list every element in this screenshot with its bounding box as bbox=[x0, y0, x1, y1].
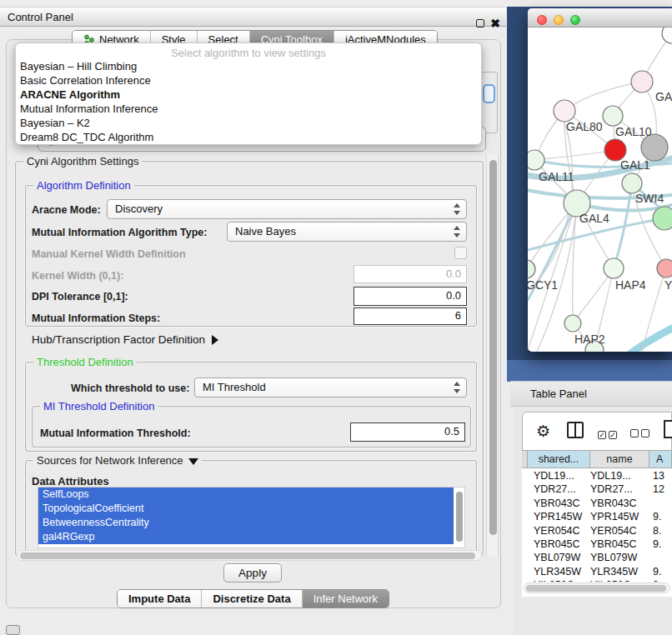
table-rows: YDL19...YDL19...13 YDR27...YDR27...12 YB… bbox=[522, 469, 672, 582]
minimize-traffic-icon[interactable] bbox=[554, 15, 564, 25]
which-threshold-combobox[interactable]: MI Threshold bbox=[194, 378, 467, 398]
close-traffic-icon[interactable] bbox=[537, 15, 547, 25]
mi-algorithm-type-combobox[interactable]: Naive Bayes bbox=[227, 222, 467, 242]
algorithm-option[interactable]: Basic Correlation Inference bbox=[16, 73, 481, 88]
node-label: HAP2 bbox=[574, 332, 605, 346]
tab-infer-network[interactable]: Infer Network bbox=[302, 590, 389, 608]
mi-threshold-field[interactable]: 0.5 bbox=[350, 422, 465, 442]
row-header-corner bbox=[522, 450, 528, 468]
columns-icon[interactable] bbox=[567, 422, 584, 438]
node-label: SWI4 bbox=[635, 192, 664, 205]
list-item[interactable]: SelfLoops bbox=[38, 488, 454, 502]
control-panel-titlebar: Control Panel ✖ bbox=[0, 7, 506, 27]
node-label: GAL bbox=[655, 90, 672, 103]
column-header-cut[interactable]: A bbox=[649, 450, 672, 468]
dpi-tolerance-field[interactable]: 0.0 bbox=[354, 287, 467, 306]
table-row[interactable]: YIL052CYIL052C9 bbox=[522, 578, 672, 582]
table-row[interactable]: YPR145WYPR145W9. bbox=[522, 510, 672, 523]
network-node[interactable] bbox=[653, 207, 672, 230]
network-node[interactable] bbox=[622, 173, 642, 193]
which-threshold-label: Which threshold to use: bbox=[71, 382, 189, 394]
network-node[interactable] bbox=[554, 100, 575, 122]
table-row[interactable]: YLR345WYLR345W9. bbox=[522, 565, 672, 578]
network-node[interactable] bbox=[528, 260, 535, 278]
network-window-titlebar[interactable] bbox=[528, 8, 672, 28]
table-row[interactable]: YDR27...YDR27...12 bbox=[522, 482, 672, 496]
close-icon[interactable]: ✖ bbox=[490, 14, 500, 33]
node-label: Y bbox=[664, 278, 672, 292]
tab-impute-data[interactable]: Impute Data bbox=[118, 590, 201, 608]
algorithm-dropdown-popup: Select algorithm to view settings Bayesi… bbox=[15, 42, 482, 145]
table-row[interactable]: YDL19...YDL19...13 bbox=[522, 469, 672, 482]
kernel-width-label: Kernel Width (0,1): bbox=[32, 270, 123, 282]
node-label: GCY1 bbox=[528, 278, 558, 292]
aracne-mode-label: Aracne Mode: bbox=[32, 204, 101, 216]
vertical-scrollbar[interactable] bbox=[486, 155, 499, 557]
node-label: GAL80 bbox=[566, 120, 603, 133]
mi-threshold-label: Mutual Information Threshold: bbox=[40, 428, 191, 439]
mi-threshold-definition-title: MI Threshold Definition bbox=[40, 400, 158, 412]
algorithm-option-selected[interactable]: ARACNE Algorithm bbox=[16, 88, 481, 102]
list-item[interactable]: gal4RGexp bbox=[38, 530, 454, 544]
threshold-definition-title: Threshold Definition bbox=[33, 356, 137, 368]
node-label: GAL1 bbox=[620, 158, 650, 172]
node-table: shared... name A YDL19...YDL19...13 YDR2… bbox=[522, 450, 672, 597]
zoom-traffic-icon[interactable] bbox=[570, 15, 580, 25]
table-row[interactable]: YBR043CYBR043C bbox=[522, 497, 672, 510]
node-label: GAL4 bbox=[579, 212, 609, 225]
node-label: HAP4 bbox=[615, 278, 646, 292]
network-node[interactable] bbox=[603, 106, 623, 126]
expand-right-icon bbox=[212, 335, 218, 345]
mi-steps-field[interactable]: 6 bbox=[354, 308, 467, 325]
table-row[interactable]: YER054CYER054C8. bbox=[522, 524, 672, 538]
deselect-all-rows-icon[interactable] bbox=[630, 426, 652, 441]
stepper-icon bbox=[454, 226, 460, 238]
cyni-settings-group-title: Cyni Algorithm Settings bbox=[23, 155, 142, 168]
table-row[interactable]: YBL079WYBL079W bbox=[522, 551, 672, 564]
control-panel-title: Control Panel bbox=[8, 11, 73, 23]
column-header-shared-name[interactable]: shared... bbox=[528, 450, 590, 468]
network-node[interactable] bbox=[631, 71, 653, 92]
data-attributes-label: Data Attributes bbox=[32, 475, 109, 488]
attributes-scrollbar-thumb[interactable] bbox=[456, 492, 463, 542]
window-restore-icon[interactable] bbox=[6, 625, 20, 635]
kernel-width-field: 0.0 bbox=[354, 265, 467, 283]
network-node[interactable] bbox=[604, 258, 624, 278]
network-node[interactable] bbox=[662, 28, 672, 43]
sources-group-title[interactable]: Sources for Network Inference bbox=[33, 454, 202, 467]
table-horizontal-scrollbar[interactable] bbox=[524, 582, 670, 593]
network-view-window[interactable]: GAL GAL80 GAL10 GAL1 GAL11 SWI4 GAL4 GCY… bbox=[528, 8, 672, 352]
algorithm-option[interactable]: Bayesian – K2 bbox=[16, 116, 481, 130]
list-item[interactable]: TopologicalCoefficient bbox=[38, 502, 454, 516]
network-node[interactable] bbox=[657, 259, 672, 278]
algorithm-option[interactable]: Bayesian – Hill Climbing bbox=[16, 59, 481, 73]
horizontal-scrollbar[interactable] bbox=[17, 550, 482, 561]
algorithm-option[interactable]: Mutual Information Inference bbox=[16, 102, 481, 116]
list-item[interactable]: BetweennessCentrality bbox=[38, 516, 454, 530]
manual-kernel-width-checkbox[interactable] bbox=[454, 247, 467, 259]
table-row[interactable]: YBR045CYBR045C9. bbox=[522, 538, 672, 551]
gear-icon[interactable]: ⚙ bbox=[536, 422, 550, 441]
algorithm-option[interactable]: Dream8 DC_TDC Algorithm bbox=[16, 130, 481, 144]
focused-combobox-fragment bbox=[483, 84, 495, 103]
hub-definition-expander[interactable]: Hub/Transcription Factor Definition bbox=[32, 333, 218, 346]
float-window-icon[interactable] bbox=[476, 19, 484, 28]
network-node[interactable] bbox=[564, 315, 581, 332]
network-node[interactable] bbox=[528, 150, 544, 170]
select-all-rows-icon[interactable]: ✓✓ bbox=[598, 426, 619, 441]
tab-discretize-data[interactable]: Discretize Data bbox=[201, 590, 301, 608]
apply-button[interactable]: Apply bbox=[223, 563, 282, 582]
manual-kernel-width-label: Manual Kernel Width Definition bbox=[32, 248, 186, 260]
stepper-icon bbox=[454, 203, 460, 215]
application-window: Control Panel ✖ Network Style Select Cyn… bbox=[0, 0, 672, 635]
column-header-name[interactable]: name bbox=[590, 450, 649, 468]
algorithm-definition-title: Algorithm Definition bbox=[33, 179, 134, 192]
export-table-icon[interactable] bbox=[664, 420, 672, 438]
network-canvas[interactable]: GAL GAL80 GAL10 GAL1 GAL11 SWI4 GAL4 GCY… bbox=[528, 28, 672, 352]
cyni-bottom-tabbar: Impute Data Discretize Data Infer Networ… bbox=[117, 589, 389, 608]
aracne-mode-combobox[interactable]: Discovery bbox=[107, 199, 467, 219]
mi-algorithm-type-label: Mutual Information Algorithm Type: bbox=[32, 227, 207, 238]
algorithm-dropdown-prompt: Select algorithm to view settings bbox=[16, 43, 481, 59]
mi-steps-label: Mutual Information Steps: bbox=[32, 312, 160, 324]
table-panel-title: Table Panel bbox=[530, 388, 587, 400]
